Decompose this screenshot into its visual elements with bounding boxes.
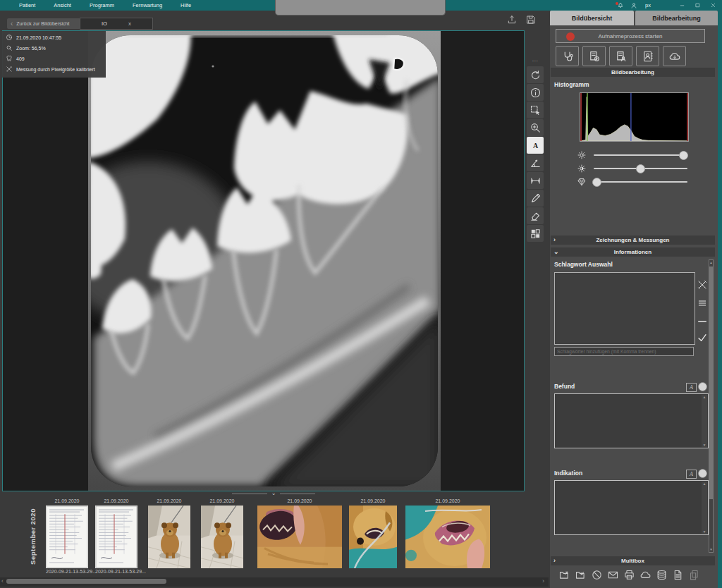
thumbnail-image[interactable] bbox=[257, 506, 342, 568]
eraser-tool-button[interactable] bbox=[527, 207, 544, 224]
thumbnail-image[interactable] bbox=[148, 506, 190, 568]
keyword-list-box[interactable] bbox=[554, 272, 695, 345]
ban-button[interactable] bbox=[591, 569, 603, 581]
thumbnail-image[interactable] bbox=[201, 506, 243, 568]
menu-ansicht[interactable]: Ansicht bbox=[54, 2, 71, 8]
tab-bilduebersicht[interactable]: Bildübersicht bbox=[550, 11, 634, 25]
menu-patient[interactable]: Patient bbox=[19, 2, 35, 8]
keyword-minus-button[interactable] bbox=[697, 316, 708, 330]
menu-programm[interactable]: Programm bbox=[90, 2, 114, 8]
angle-measure-tool-button[interactable] bbox=[527, 154, 544, 171]
indikation-font-button[interactable]: A bbox=[686, 470, 697, 479]
section-bildbearbeitung[interactable]: Bildbearbeitung bbox=[551, 68, 715, 77]
gamma-slider-handle[interactable] bbox=[592, 178, 601, 187]
section-multibox[interactable]: › Multibox bbox=[551, 556, 715, 565]
indikation-textarea[interactable]: ▲▼ bbox=[554, 480, 709, 535]
scroll-left-icon[interactable]: ‹ bbox=[1, 577, 4, 584]
notification-bell[interactable] bbox=[617, 2, 624, 9]
document-button[interactable] bbox=[672, 569, 684, 581]
brightness-slider-handle[interactable] bbox=[679, 151, 688, 160]
maximize-button[interactable] bbox=[695, 2, 701, 8]
filmstrip-thumbnail[interactable]: 21.09.2020 bbox=[201, 498, 243, 568]
rotate-icon bbox=[530, 69, 542, 81]
contact-card-button[interactable] bbox=[636, 46, 659, 66]
layout-grid-tool-button[interactable] bbox=[527, 225, 544, 242]
folder-export-button[interactable] bbox=[558, 569, 570, 581]
keyword-tools-button[interactable] bbox=[697, 279, 708, 293]
start-capture-button[interactable]: Aufnahmeprozess starten bbox=[556, 29, 705, 43]
report-user-button[interactable] bbox=[609, 46, 632, 66]
scroll-right-icon[interactable]: › bbox=[542, 577, 544, 584]
print-button[interactable] bbox=[623, 569, 635, 581]
notification-drawer[interactable] bbox=[275, 0, 446, 16]
indikation-record-button[interactable] bbox=[698, 469, 707, 478]
folder-export-icon bbox=[558, 569, 570, 581]
ban-icon bbox=[591, 569, 603, 581]
notification-badge bbox=[616, 2, 618, 5]
user-button[interactable] bbox=[630, 2, 637, 9]
gamma-icon bbox=[577, 177, 587, 187]
menu-fernwartung[interactable]: Fernwartung bbox=[133, 2, 162, 8]
thumbnail-image[interactable] bbox=[46, 506, 88, 568]
mail-button[interactable] bbox=[607, 569, 619, 581]
section-informationen[interactable]: ⌄ Informationen bbox=[551, 247, 715, 257]
keyword-list-button[interactable] bbox=[697, 298, 708, 312]
keyword-input[interactable]: Schlagwörter hinzufügen (mit Komma trenn… bbox=[554, 347, 694, 356]
befund-font-button[interactable]: A bbox=[686, 383, 697, 392]
filmstrip-thumbnail[interactable]: 21.09.2020 bbox=[148, 498, 190, 568]
filmstrip-scrollbar-thumb[interactable] bbox=[6, 579, 166, 584]
application-window: PatientAnsichtProgrammFernwartungHilfe p… bbox=[0, 0, 722, 588]
info-icon bbox=[530, 87, 542, 99]
folder-import-button[interactable] bbox=[575, 569, 587, 581]
section-zeichnungen[interactable]: › Zeichnungen & Messungen bbox=[551, 235, 715, 245]
indikation-scrollbar[interactable]: ▲▼ bbox=[702, 482, 707, 534]
image-viewer[interactable] bbox=[2, 30, 525, 491]
toolbar-handle-icon[interactable]: ⋯ bbox=[526, 58, 544, 66]
cloud-button[interactable] bbox=[640, 569, 651, 581]
export-button[interactable] bbox=[506, 14, 518, 25]
filmstrip-thumbnail[interactable]: 21.09.2020 bbox=[405, 498, 490, 568]
tooth-number: 409 bbox=[16, 56, 25, 61]
length-measure-tool-button[interactable] bbox=[527, 172, 544, 189]
keyword-check-button[interactable] bbox=[697, 332, 708, 346]
back-to-overview-button[interactable]: ‹ Zurück zur Bildübersicht bbox=[7, 18, 80, 29]
thumbnail-image[interactable] bbox=[349, 506, 397, 568]
filmstrip-collapse[interactable]: ⌄ bbox=[232, 491, 315, 496]
cloud-download-icon bbox=[668, 50, 681, 63]
filmstrip-thumbnail[interactable]: 21.09.2020 bbox=[257, 498, 342, 568]
contrast-slider-handle[interactable] bbox=[636, 164, 645, 173]
gamma-slider[interactable] bbox=[594, 181, 687, 183]
zoom-in-tool-button[interactable] bbox=[527, 119, 544, 136]
brightness-slider[interactable] bbox=[594, 154, 687, 156]
text-tool-tool-button[interactable]: A bbox=[527, 137, 544, 154]
filmstrip-thumbnail[interactable]: 21.09.2020 bbox=[349, 498, 397, 568]
image-tab[interactable]: IO x bbox=[80, 18, 153, 30]
befund-scrollbar[interactable]: ▲▼ bbox=[702, 395, 707, 447]
layers-button[interactable] bbox=[656, 569, 668, 581]
minimize-button[interactable] bbox=[679, 2, 685, 8]
filmstrip-thumbnail[interactable]: 21.09.20202020-09-21-13-53-29... bbox=[46, 498, 88, 576]
filmstrip-thumbnail[interactable]: 21.09.20202020-09-21-13-53-29... bbox=[95, 498, 137, 576]
menu-hilfe[interactable]: Hilfe bbox=[180, 2, 191, 8]
panel-scrollbar[interactable]: ▲ ▼ bbox=[709, 259, 714, 553]
rotate-tool-button[interactable] bbox=[527, 66, 544, 83]
chevron-right-icon: › bbox=[553, 235, 556, 245]
befund-textarea[interactable]: ▲▼ bbox=[554, 393, 709, 448]
select-region-tool-button[interactable] bbox=[527, 102, 544, 118]
stethoscope-button[interactable] bbox=[556, 46, 579, 66]
cloud-download-button[interactable] bbox=[663, 46, 686, 66]
report-add-button[interactable] bbox=[582, 46, 606, 66]
thumbnail-image[interactable] bbox=[95, 506, 137, 568]
brightness-icon bbox=[577, 150, 587, 160]
info-tool-button[interactable] bbox=[527, 84, 544, 101]
close-button[interactable] bbox=[710, 2, 716, 8]
thumbnail-image[interactable] bbox=[405, 506, 490, 568]
tab-bildbearbeitung[interactable]: Bildbearbeitung bbox=[635, 11, 718, 25]
draw-tool-button[interactable] bbox=[527, 190, 544, 207]
panel-scrollbar-thumb[interactable] bbox=[709, 267, 713, 499]
calibration-status: Messung durch Pixelgröße kalibriert bbox=[16, 67, 95, 72]
save-button[interactable] bbox=[525, 14, 537, 25]
close-tab-icon[interactable]: x bbox=[128, 20, 131, 27]
befund-record-button[interactable] bbox=[698, 382, 707, 391]
thumbnail-date: 21.09.2020 bbox=[95, 498, 137, 506]
